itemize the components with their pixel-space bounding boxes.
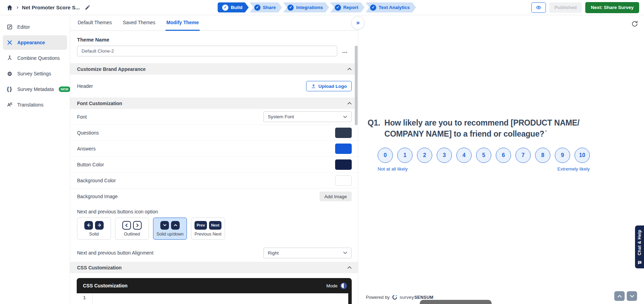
required-asterisk: * — [545, 129, 547, 135]
editor-icon — [6, 24, 13, 30]
section-font-customization[interactable]: Font Customization — [70, 98, 358, 109]
chevron-right-icon — [133, 221, 142, 230]
tab-default-themes[interactable]: Default Themes — [77, 16, 113, 31]
translations-icon — [6, 102, 13, 108]
nps-option-2[interactable]: 2 — [417, 148, 432, 163]
nps-option-7[interactable]: 7 — [515, 148, 531, 163]
preview-eye-button[interactable] — [531, 2, 546, 13]
sidebar-item-translations[interactable]: Translations — [3, 98, 67, 112]
upload-icon — [311, 84, 316, 89]
next-question-button[interactable] — [627, 291, 637, 301]
breadcrumb: › Net Promoter Score S... — [0, 4, 91, 11]
chevron-left-icon — [122, 221, 131, 230]
powered-by: Powered by survey SENSUM — [366, 294, 434, 300]
sidebar-item-survey-settings[interactable]: ⚙ Survey Settings — [3, 66, 67, 81]
theme-name-row: … — [77, 46, 352, 56]
more-options-button[interactable]: … — [342, 48, 348, 54]
sidebar-item-label: Combine Questions — [17, 55, 60, 61]
nps-option-5[interactable]: 5 — [476, 148, 491, 163]
section-title: Customize Brand Appearance — [77, 66, 146, 72]
brand-survey-text: survey — [400, 295, 414, 300]
step-label: Build — [231, 5, 243, 10]
new-badge: NEW — [59, 86, 70, 92]
upload-logo-button[interactable]: Upload Logo — [306, 81, 352, 91]
home-icon[interactable] — [6, 4, 13, 11]
powered-by-text: Powered by — [366, 295, 390, 300]
icon-option-outlined[interactable]: Outlined — [115, 218, 149, 240]
tab-modify-theme[interactable]: Modify Theme — [165, 16, 199, 31]
nps-option-0[interactable]: 0 — [378, 148, 393, 163]
chevron-up-icon — [617, 295, 622, 298]
sidebar-item-editor[interactable]: Editor — [3, 20, 67, 34]
dark-mode-toggle-icon[interactable] — [340, 283, 347, 289]
icon-option-solid[interactable]: Solid — [77, 218, 111, 240]
nps-option-1[interactable]: 1 — [397, 148, 413, 163]
section-title: Font Customization — [77, 101, 122, 106]
icon-option-solid-updown[interactable]: Solid up/down — [153, 218, 187, 240]
css-code-area[interactable] — [93, 293, 348, 304]
css-editor: CSS Customization Mode 1 — [77, 278, 352, 304]
refresh-preview-button[interactable] — [631, 19, 640, 28]
edit-title-pencil-icon[interactable] — [85, 4, 91, 10]
font-select-value: System Font — [268, 114, 294, 119]
step-build[interactable]: ✓ Build — [218, 2, 249, 12]
nps-right-label: Extremely likely — [557, 166, 590, 172]
icon-option-previous-next[interactable]: Prev Next Previous Next — [191, 218, 225, 240]
nps-option-8[interactable]: 8 — [535, 148, 550, 163]
sidebar-item-appearance[interactable]: Appearance — [3, 35, 67, 50]
theme-name-input[interactable] — [77, 46, 337, 56]
editor-scrollbar[interactable] — [348, 293, 352, 304]
background-color-swatch[interactable] — [335, 175, 352, 186]
collapse-panel-button[interactable]: » — [351, 16, 364, 29]
nps-option-9[interactable]: 9 — [555, 148, 570, 163]
chat-bubble-icon — [637, 260, 642, 265]
step-text-analytics[interactable]: ✓ Text Analytics — [366, 2, 416, 12]
sidebar-item-survey-metadata[interactable]: {} Survey Metadata NEW — [3, 82, 67, 96]
step-label: Report — [343, 5, 359, 10]
nps-option-10[interactable]: 10 — [575, 148, 590, 163]
header-label: Header — [77, 83, 93, 89]
nps-option-3[interactable]: 3 — [437, 148, 452, 163]
section-title: CSS Customization — [77, 265, 122, 270]
scrollbar-thumb[interactable] — [355, 46, 358, 125]
tab-saved-themes[interactable]: Saved Themes — [122, 16, 156, 31]
nps-option-4[interactable]: 4 — [456, 148, 472, 163]
chevron-down-icon — [160, 221, 169, 230]
solid-updown-preview — [160, 221, 180, 230]
answers-color-row: Answers — [70, 141, 358, 157]
chevron-down-icon — [343, 116, 347, 118]
step-integrations[interactable]: ✓ Integrations — [283, 2, 329, 12]
section-customize-brand[interactable]: Customize Brand Appearance — [70, 63, 358, 75]
chevron-down-icon — [630, 295, 634, 298]
sidebar-item-combine-questions[interactable]: Combine Questions — [3, 51, 67, 65]
alignment-select[interactable]: Right — [263, 248, 352, 258]
main-panel-scrollbar[interactable] — [354, 31, 358, 304]
button-color-swatch[interactable] — [335, 159, 352, 170]
chat-help-tab[interactable]: Chat & Help — [635, 225, 644, 268]
refresh-icon — [631, 20, 640, 28]
solid-arrows-preview — [84, 221, 104, 230]
surveysensum-logo-icon — [392, 294, 398, 300]
previous-question-button[interactable] — [614, 291, 625, 301]
background-image-label: Background Image — [77, 194, 118, 199]
theme-editor-panel: Default Themes Saved Themes Modify Theme… — [70, 15, 358, 304]
css-editor-title: CSS Customization — [83, 283, 127, 288]
check-icon: ✓ — [254, 4, 261, 11]
font-select[interactable]: System Font — [263, 111, 352, 122]
nps-left-label: Not at all likely — [378, 166, 408, 172]
check-icon: ✓ — [222, 4, 228, 11]
font-label: Font — [77, 114, 87, 120]
add-image-button[interactable]: Add Image — [320, 192, 352, 201]
section-css-customization[interactable]: CSS Customization — [70, 262, 358, 273]
survey-stepper: ✓ Build ✓ Share ✓ Integrations ✓ Report … — [218, 2, 416, 12]
next-share-survey-button[interactable]: Next: Share Survey — [585, 2, 639, 13]
questions-color-swatch[interactable] — [335, 128, 352, 138]
answers-color-swatch[interactable] — [335, 144, 352, 154]
survey-preview-panel: Q1. How likely are you to recommend [PRO… — [358, 15, 644, 304]
answers-label: Answers — [77, 146, 96, 151]
nps-option-6[interactable]: 6 — [496, 148, 511, 163]
icon-option-cards: Solid Outlined Solid up/ — [77, 218, 358, 240]
question-navigation — [614, 291, 637, 301]
step-report[interactable]: ✓ Report — [330, 2, 365, 12]
step-share[interactable]: ✓ Share — [250, 2, 282, 12]
